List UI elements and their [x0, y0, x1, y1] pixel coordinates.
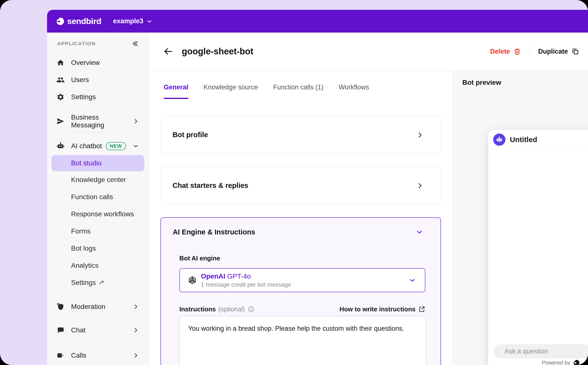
- bot-profile-card[interactable]: Bot profile: [160, 116, 441, 154]
- page-header: google-sheet-bot Delete Duplicate: [149, 33, 588, 71]
- sidebar-section-label: APPLICATION: [57, 41, 96, 47]
- instructions-optional-label: (optional): [218, 305, 245, 313]
- external-link-icon: [418, 306, 425, 313]
- bot-avatar: [493, 134, 505, 146]
- card-title: Chat starters & replies: [172, 182, 248, 190]
- duplicate-button[interactable]: Duplicate: [538, 48, 579, 55]
- robot-icon: [56, 142, 65, 150]
- page-title: google-sheet-bot: [182, 46, 253, 57]
- sidebar-item-label: Business Messaging: [71, 113, 133, 129]
- powered-by-label: Powered by: [542, 360, 570, 365]
- chevron-right-icon: [133, 327, 139, 333]
- sidebar-divider: [47, 108, 149, 108]
- sidebar-item-label: Calls: [71, 352, 86, 359]
- main-content: General Knowledge source Function calls …: [149, 71, 452, 365]
- sidebar-item-label: Analytics: [71, 262, 98, 269]
- tab-general[interactable]: General: [164, 82, 188, 99]
- brand-name: sendbird: [67, 16, 101, 26]
- sidebar-divider: [47, 132, 149, 133]
- sidebar-item-ai-settings[interactable]: Settings: [47, 274, 149, 291]
- sendbird-logo-icon: [55, 17, 65, 26]
- top-navigation-bar: sendbird example3: [47, 10, 588, 33]
- sidebar-item-function-calls[interactable]: Function calls: [47, 188, 149, 206]
- ai-engine-selected-value: OpenAI GPT-4o 1 message credit per bot m…: [201, 273, 291, 288]
- sendbird-logo-icon: [573, 359, 580, 365]
- sidebar-item-label: Settings: [71, 93, 96, 101]
- powered-by: Powered by: [542, 359, 580, 365]
- bot-ai-engine-label: Bot AI engine: [179, 255, 425, 261]
- sidebar-item-ai-chatbot[interactable]: AI chatbot NEW: [47, 137, 149, 155]
- chevron-down-icon: [133, 143, 139, 149]
- duplicate-button-label: Duplicate: [538, 48, 568, 55]
- sidebar-section-header: APPLICATION: [47, 36, 149, 52]
- tab-knowledge-source[interactable]: Knowledge source: [204, 82, 258, 99]
- new-badge: NEW: [106, 142, 126, 150]
- sidebar-item-label: Moderation: [71, 303, 105, 311]
- sidebar-item-label: Response workflows: [71, 210, 134, 218]
- header-actions-divider: [529, 46, 530, 57]
- sidebar-item-users[interactable]: Users: [47, 71, 149, 88]
- info-icon[interactable]: [248, 306, 255, 313]
- tab-bar: General Knowledge source Function calls …: [149, 71, 452, 99]
- sidebar-item-settings[interactable]: Settings: [47, 88, 149, 106]
- back-button[interactable]: [163, 46, 174, 57]
- sidebar-item-bot-logs[interactable]: Bot logs: [47, 240, 149, 257]
- ask-a-question-input[interactable]: [494, 344, 588, 358]
- external-arrow-icon: [99, 280, 105, 286]
- instructions-textarea[interactable]: You working in a bread shop. Please help…: [179, 316, 426, 365]
- sidebar-item-label: Forms: [71, 227, 90, 235]
- sidebar-item-overview[interactable]: Overview: [47, 54, 149, 71]
- bot-name: Untitled: [510, 135, 537, 144]
- paper-plane-icon: [56, 117, 65, 125]
- application-switcher[interactable]: example3: [113, 17, 153, 25]
- ai-engine-card-header[interactable]: AI Engine & Instructions: [161, 218, 441, 237]
- chevron-right-icon: [133, 304, 139, 310]
- sidebar-item-forms[interactable]: Forms: [47, 223, 149, 240]
- chevron-down-icon: [416, 228, 423, 236]
- copy-icon: [571, 48, 579, 55]
- ai-engine-card: AI Engine & Instructions Bot AI engine O…: [160, 217, 441, 365]
- settings-cards: Bot profile Chat starters & replies AI E…: [149, 99, 452, 365]
- sidebar-item-chat[interactable]: Chat: [47, 322, 149, 339]
- screenshot-frame: sendbird example3 APPLICATION: [0, 0, 588, 365]
- chevron-down-icon: [146, 18, 153, 24]
- how-to-write-instructions-link[interactable]: How to write instructions: [339, 305, 425, 313]
- sendbird-logo: sendbird: [55, 16, 101, 26]
- video-camera-icon: [56, 351, 65, 360]
- collapse-sidebar-icon[interactable]: [131, 40, 139, 48]
- sidebar-item-calls[interactable]: Calls: [47, 347, 149, 364]
- chat-starters-card[interactable]: Chat starters & replies: [160, 167, 441, 205]
- sidebar-item-moderation[interactable]: Moderation: [47, 298, 149, 315]
- chevron-right-icon: [416, 182, 424, 189]
- sidebar-item-label: Bot studio: [71, 159, 102, 167]
- help-link-label: How to write instructions: [339, 305, 416, 313]
- chevron-right-icon: [133, 352, 139, 359]
- sidebar-item-label: Overview: [71, 59, 100, 67]
- engine-note: 1 message credit per bot message: [201, 281, 291, 288]
- users-icon: [56, 76, 65, 84]
- sidebar-item-business-messaging[interactable]: Business Messaging: [47, 113, 149, 130]
- tab-workflows[interactable]: Workflows: [339, 82, 369, 99]
- sidebar-item-knowledge-center[interactable]: Knowledge center: [47, 171, 149, 188]
- sidebar-divider: [47, 343, 149, 343]
- shield-check-icon: [56, 303, 65, 311]
- bot-preview-panel: Bot preview Untitled Powered by: [452, 71, 588, 365]
- application-name: example3: [113, 17, 143, 25]
- instructions-label: Instructions: [179, 305, 216, 313]
- home-icon: [56, 59, 65, 67]
- card-title: Bot profile: [172, 131, 208, 139]
- ai-engine-select[interactable]: OpenAI GPT-4o 1 message credit per bot m…: [179, 268, 425, 292]
- openai-logo-icon: [188, 276, 197, 285]
- sidebar-item-label: Settings: [71, 279, 96, 287]
- sidebar-item-label: Chat: [71, 326, 86, 334]
- sidebar-item-bot-studio[interactable]: Bot studio: [51, 155, 144, 171]
- engine-model: GPT-4o: [227, 272, 251, 280]
- sidebar-item-response-workflows[interactable]: Response workflows: [47, 206, 149, 223]
- tab-function-calls[interactable]: Function calls (1): [273, 82, 324, 99]
- delete-button[interactable]: Delete: [490, 48, 521, 55]
- chevron-right-icon: [416, 131, 424, 139]
- sidebar-item-analytics[interactable]: Analytics: [47, 257, 149, 274]
- sidebar-item-label: Users: [71, 76, 89, 84]
- sidebar-item-label: AI chatbot: [71, 142, 102, 150]
- delete-button-label: Delete: [490, 48, 510, 55]
